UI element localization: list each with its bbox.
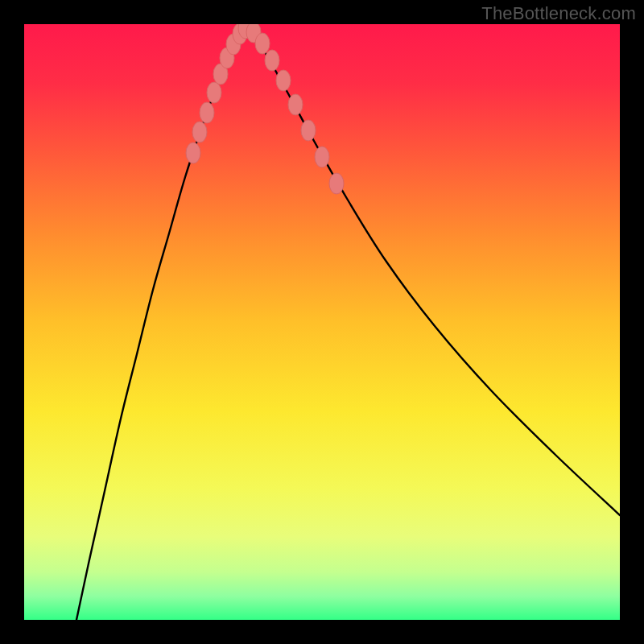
bead-marker — [207, 82, 221, 103]
bead-marker — [265, 50, 279, 71]
curve-layer — [24, 24, 620, 620]
right-branch-curve — [248, 29, 620, 515]
plot-area — [24, 24, 620, 620]
left-branch-curve — [76, 29, 243, 620]
bead-marker — [288, 94, 303, 115]
watermark-text: TheBottleneck.com — [481, 3, 636, 24]
bead-marker — [301, 120, 316, 141]
bead-marker — [276, 70, 291, 91]
chart-frame: TheBottleneck.com — [0, 0, 644, 644]
bead-marker — [315, 147, 329, 167]
bead-marker — [255, 33, 270, 54]
bead-marker — [192, 122, 207, 142]
bead-marker — [186, 142, 200, 163]
bead-marker — [200, 102, 214, 123]
bead-markers — [186, 24, 344, 194]
bead-marker — [329, 173, 344, 194]
